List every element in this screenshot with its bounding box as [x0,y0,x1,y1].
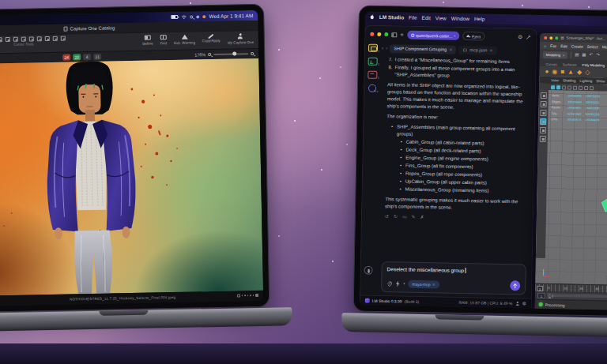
viewport-toolbar-icon[interactable] [562,85,566,89]
chat-transcript[interactable]: 7. I created a "Miscellaneous_Group" for… [376,54,536,263]
viewport-toolbar-icon[interactable] [556,85,560,89]
maya-menu-edit[interactable]: Edit [560,43,567,48]
my-models-icon[interactable]: 3 [368,71,377,79]
viewport-toolbar-icon[interactable] [551,85,555,89]
poly-torus-icon[interactable]: ◉ [552,69,557,75]
straighten-tool-icon[interactable] [6,37,10,42]
poly-sphere-icon[interactable]: ● [545,68,549,74]
paint-select-tool-icon[interactable] [540,110,546,116]
spotlight-search-icon[interactable] [190,15,193,18]
menu-edit[interactable]: Edit [422,15,431,21]
wrench-icon[interactable] [526,35,531,40]
delete-icon[interactable]: ✗ [420,214,424,221]
nav-back-icon[interactable]: ‹ [382,46,383,51]
viewport-toolbar-icon[interactable] [584,85,588,89]
viewport-menu-view[interactable]: View [551,78,559,82]
chat-icon[interactable]: 1 [368,44,377,52]
heal-tool-icon[interactable] [29,36,34,41]
gray-filter-badge-2[interactable]: 21 [93,54,101,60]
redo-icon[interactable]: ↷ [596,53,600,58]
tab-ship-component-grouping[interactable]: SHIP Component Grouping ✕ [390,44,456,54]
new-scene-icon[interactable]: ▤ [575,53,579,58]
continue-icon[interactable]: ↻ [394,213,398,220]
move-tool-icon[interactable] [540,118,546,125]
erase-mask-tool-icon[interactable] [21,37,26,42]
zoom-window-button[interactable] [384,32,388,36]
tab-mcp-json[interactable]: {} mcp.json ✕ [458,45,496,54]
copy-icon[interactable]: ▭ [402,214,407,221]
viewport-toolbar-icon[interactable] [573,85,577,89]
chat-input-box[interactable]: Deselect the miscellaneous group ▾ m [381,261,526,295]
menu-help[interactable]: Help [474,16,485,21]
maya-menu-file[interactable]: File [550,43,556,48]
close-window-button[interactable] [370,32,374,36]
poly-cube-icon[interactable]: ■ [560,69,564,75]
maya-menu-select[interactable]: Select [587,44,598,49]
zoom-in-icon[interactable] [251,52,254,55]
menu-view[interactable]: View [435,15,447,21]
edit-icon[interactable]: ✎ [412,214,416,221]
download-icon[interactable] [364,266,372,275]
maya-mcp-pill[interactable]: maya-mcp ✕ [408,280,439,288]
menu-app-name[interactable]: LM Studio [379,14,405,21]
range-start-field[interactable]: 1 [537,292,545,298]
before-button[interactable]: Before [142,35,153,45]
new-chat-button[interactable]: + [400,32,404,38]
settings-gear-icon[interactable]: ⚙ [522,301,526,306]
red-filter-badge[interactable]: 24 [62,54,70,60]
viewport-menu-show[interactable]: Show [596,79,605,83]
gray-filter-badge-1[interactable]: 4 [83,54,91,60]
lightning-icon[interactable] [395,280,400,287]
sidebar-toggle-icon[interactable] [391,32,397,37]
viewport-toolbar-icon[interactable] [579,85,582,89]
send-button[interactable] [510,280,520,291]
viewport-toolbar-icon[interactable] [590,86,594,90]
radial-mask-tool-icon[interactable] [53,36,58,41]
rotate-tool-icon[interactable] [540,127,546,133]
apple-logo-icon[interactable] [370,14,375,20]
discover-icon[interactable]: 4 [368,84,375,92]
menu-window[interactable]: Window [451,16,469,21]
eject-model-button[interactable]: Eject [462,32,484,41]
chevron-down-icon[interactable]: ▾ [403,282,405,286]
poly-plane-icon[interactable]: ◇ [585,69,590,75]
poly-cone-icon[interactable]: ▲ [567,69,574,75]
viewport-toolbar-icon[interactable] [567,85,571,89]
zoom-out-icon[interactable] [208,53,211,56]
clone-tool-icon[interactable] [37,36,42,41]
eyedropper-tool-icon[interactable] [61,36,66,41]
minimize-window-button[interactable] [377,32,381,36]
close-window-button[interactable] [544,36,547,39]
viewport-menu-shading[interactable]: Shading [563,78,576,82]
control-center-icon[interactable] [196,15,199,18]
menubar-clock[interactable]: Wed Apr 1 9:41 AM [209,13,253,19]
regenerate-icon[interactable]: ↺ [385,213,389,220]
select-tool-icon[interactable] [541,92,547,99]
draw-mask-tool-icon[interactable] [13,37,18,42]
poly-pyramid-icon[interactable]: ◆ [577,69,582,75]
grid-view-icon[interactable] [255,294,258,297]
scale-tool-icon[interactable] [540,136,546,142]
exposure-warning-button[interactable]: Exp. Warning [174,34,195,44]
developer-icon[interactable]: 2 [368,58,377,66]
wifi-icon[interactable] [181,14,187,19]
viewport-menu-lighting[interactable]: Lighting [579,79,592,83]
zoom-window-button[interactable] [555,36,558,39]
selected-ship-model[interactable] [595,107,607,279]
menu-set-selector[interactable]: Modeling ▾ [543,51,567,58]
nav-forward-icon[interactable]: › [386,46,387,51]
home-icon[interactable]: ⌂ [544,43,546,48]
thumbnail-icon[interactable] [237,294,240,297]
close-tab-icon[interactable]: ✕ [449,47,452,52]
maya-menu-modify[interactable]: Modify [602,44,607,49]
open-scene-icon[interactable]: ▦ [582,53,586,58]
remove-mcp-icon[interactable]: ✕ [432,282,435,287]
undo-icon[interactable]: ↶ [589,53,593,58]
rotate-tool-icon[interactable] [0,37,2,42]
close-tab-icon[interactable]: ✕ [489,48,492,53]
lasso-tool-icon[interactable] [541,101,547,107]
app-status-icon[interactable] [202,15,205,18]
copy-apply-button[interactable]: Copy/Apply [202,34,221,43]
zoom-slider[interactable] [213,53,248,54]
chat-input[interactable]: Deselect the miscellaneous group [387,266,521,274]
